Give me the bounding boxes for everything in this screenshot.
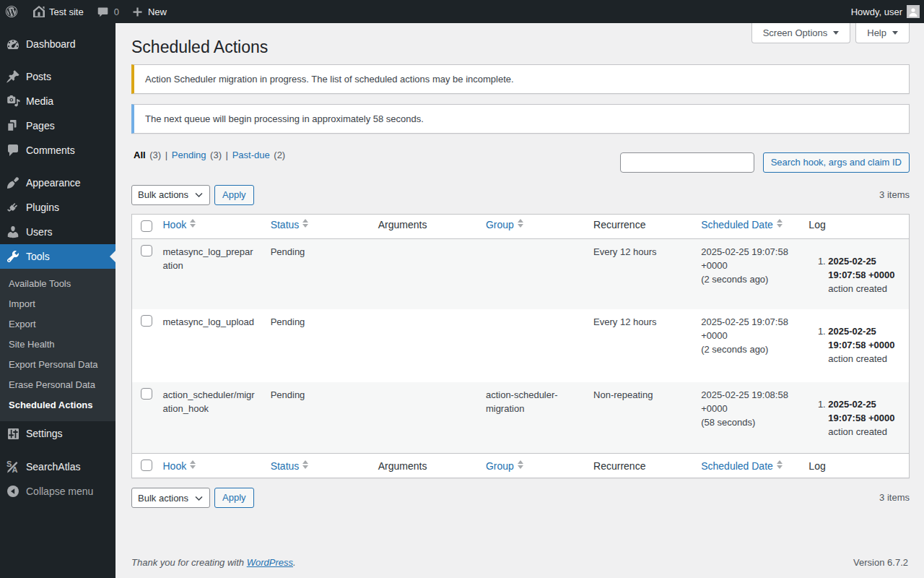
svg-text:S: S: [6, 460, 12, 468]
